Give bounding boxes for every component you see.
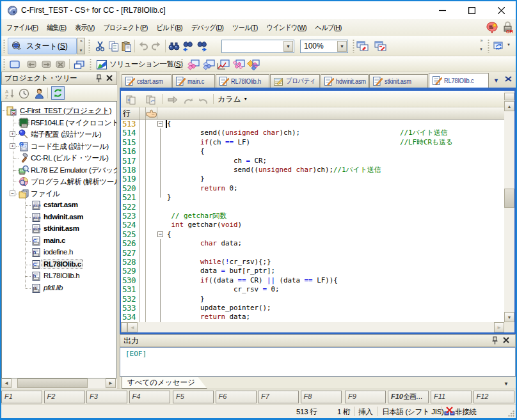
fkey-f8-button[interactable]: F8	[301, 391, 342, 403]
combo-dropdown-icon[interactable]: ▼	[337, 41, 347, 52]
editor-horizontal-scrollbar[interactable]: ◄►	[121, 322, 504, 332]
forward-jump-icon[interactable]	[182, 93, 195, 106]
fold-collapse-icon[interactable]: −	[157, 231, 163, 237]
sort-icon[interactable]: AZ	[3, 87, 16, 100]
find-previous-icon[interactable]	[181, 40, 194, 52]
start-button[interactable]: スタート(S)	[8, 38, 77, 54]
sync-windows-icon[interactable]	[493, 40, 505, 52]
tab-cstart.asm[interactable]: cstart.asm	[122, 74, 171, 88]
analysis-variables-icon[interactable]	[202, 58, 215, 71]
zoom-combobox[interactable]: 100%▼	[300, 40, 348, 53]
menu-edit[interactable]: 編集(E)	[42, 20, 70, 35]
go-to-address-icon[interactable]	[166, 93, 179, 106]
output-panel-content[interactable]: [EOF]	[120, 347, 516, 377]
refresh-icon[interactable]	[51, 86, 65, 100]
project-tree-hscrollbar[interactable]: ◄►	[1, 378, 117, 389]
combo-dropdown-icon[interactable]: ▼	[283, 41, 293, 52]
solution-list-icon[interactable]	[95, 58, 108, 71]
menu-tool[interactable]: ツール(T)	[228, 20, 262, 35]
maximize-button[interactable]	[457, 1, 486, 19]
search-combobox[interactable]: ▼	[221, 40, 294, 53]
tab-rl78iolib.h[interactable]: RL78IOlib.h	[216, 74, 269, 88]
copy-icon[interactable]	[107, 40, 120, 52]
scroll-right-button[interactable]: ►	[494, 322, 504, 332]
security-lock-off-icon[interactable]: OFF	[502, 21, 513, 33]
analysis-graph-icon[interactable]	[217, 58, 230, 71]
cascade-windows-icon[interactable]	[73, 58, 86, 71]
jump-to-function-icon[interactable]	[145, 93, 157, 106]
fkey-f1-button[interactable]: F1	[1, 391, 42, 403]
splitter-box[interactable]	[121, 322, 127, 332]
fkey-f12-button[interactable]: F12	[473, 391, 514, 403]
back-panel-icon[interactable]	[25, 58, 38, 71]
analysis-functions-icon[interactable]	[187, 58, 200, 71]
collapse-icon[interactable]: −	[10, 191, 15, 196]
fkey-f6-button[interactable]: F6	[216, 391, 257, 403]
menu-window[interactable]: ウインドウ(W)	[262, 20, 311, 35]
resize-grip[interactable]	[508, 410, 514, 417]
cut-icon[interactable]	[93, 40, 106, 52]
scroll-down-button[interactable]: ▼	[504, 312, 514, 322]
show-all-candidates-icon[interactable]	[374, 40, 386, 52]
scroll-left-button[interactable]: ◄	[1, 378, 12, 388]
minimize-button[interactable]	[427, 1, 457, 19]
find-next-icon[interactable]	[195, 40, 208, 52]
undo-icon[interactable]	[137, 40, 150, 52]
sync-dropdown-icon[interactable]: ▼	[507, 43, 511, 47]
tab-main.c[interactable]: main.c	[172, 74, 215, 88]
tab-rl78iolib.c[interactable]: RL78IOlib.c	[429, 73, 489, 88]
output-close-icon[interactable]	[503, 337, 509, 343]
analysis-relation-icon[interactable]	[247, 58, 260, 71]
fkey-f7-button[interactable]: F7	[258, 391, 299, 403]
tab-stkinit.asm[interactable]: stkinit.asm	[369, 74, 428, 88]
close-button[interactable]	[486, 1, 516, 19]
menu-file[interactable]: ファイル(F)	[2, 20, 42, 35]
show-candidates-icon[interactable]	[356, 40, 369, 52]
all-messages-tab[interactable]: すべてのメッセージ	[122, 377, 207, 389]
menu-help[interactable]: ヘルプ(H)	[311, 20, 346, 35]
fkey-f9-button[interactable]: F9	[345, 391, 386, 403]
address-column-header[interactable]	[146, 107, 157, 119]
code-editor[interactable]: 513−{514 send((unsigned char)ch); //1バイト…	[121, 120, 504, 322]
find-icon[interactable]	[168, 40, 180, 52]
scrollbar-thumb[interactable]	[17, 378, 88, 388]
menu-view[interactable]: 表示(V)	[70, 20, 99, 35]
new-panel-icon[interactable]	[8, 58, 21, 71]
output-tab-dropdown-icon[interactable]: ▼	[504, 381, 509, 387]
fkey-f4-button[interactable]: F4	[129, 391, 170, 403]
tab-[interactable]: プロパティ	[270, 74, 320, 88]
mixed-display-icon[interactable]	[125, 93, 138, 106]
fkey-f2-button[interactable]: F2	[44, 391, 85, 403]
tab-list-dropdown-icon[interactable]: ▼	[493, 77, 499, 84]
start-overflow[interactable]: »▼	[77, 38, 85, 54]
close-panel-icon[interactable]	[54, 58, 67, 71]
scrollbar-thumb[interactable]	[504, 189, 514, 208]
menu-project[interactable]: プロジェクト(P)	[99, 20, 152, 35]
scroll-right-button[interactable]: ►	[106, 378, 116, 388]
notification-balloon-icon[interactable]	[486, 22, 498, 34]
fkey-f5-button[interactable]: F5	[173, 391, 214, 403]
scroll-left-button[interactable]: ◄	[127, 322, 138, 332]
tab-hdwinit.asm[interactable]: hdwinit.asm	[321, 74, 369, 88]
back-jump-icon[interactable]	[196, 93, 209, 106]
line-column-header[interactable]: 行	[121, 107, 140, 119]
splitter-box[interactable]	[504, 93, 514, 100]
output-pin-icon[interactable]	[491, 336, 498, 345]
fkey-f3-button[interactable]: F3	[86, 391, 127, 403]
column-dropdown[interactable]: カラム ▼	[218, 94, 248, 105]
fkey-f10-button[interactable]: F10全画…	[388, 391, 429, 403]
forward-panel-icon[interactable]	[40, 58, 52, 71]
fold-collapse-icon[interactable]: −	[157, 121, 163, 127]
user-icon[interactable]	[33, 87, 45, 100]
menu-debug[interactable]: デバッグ(D)	[187, 20, 228, 35]
fkey-f11-button[interactable]: F11	[431, 391, 472, 403]
expand-icon[interactable]: +	[10, 131, 15, 137]
toolbar-overflow[interactable]: »▼	[477, 38, 485, 54]
editor-vertical-scrollbar[interactable]: ▲▼	[504, 91, 514, 322]
tab-close-icon[interactable]	[505, 75, 512, 82]
paste-icon[interactable]	[120, 40, 132, 52]
expand-icon[interactable]: +	[10, 143, 15, 149]
clock-icon[interactable]	[17, 87, 30, 100]
pin-icon[interactable]	[95, 74, 102, 82]
redo-icon[interactable]	[150, 40, 163, 52]
